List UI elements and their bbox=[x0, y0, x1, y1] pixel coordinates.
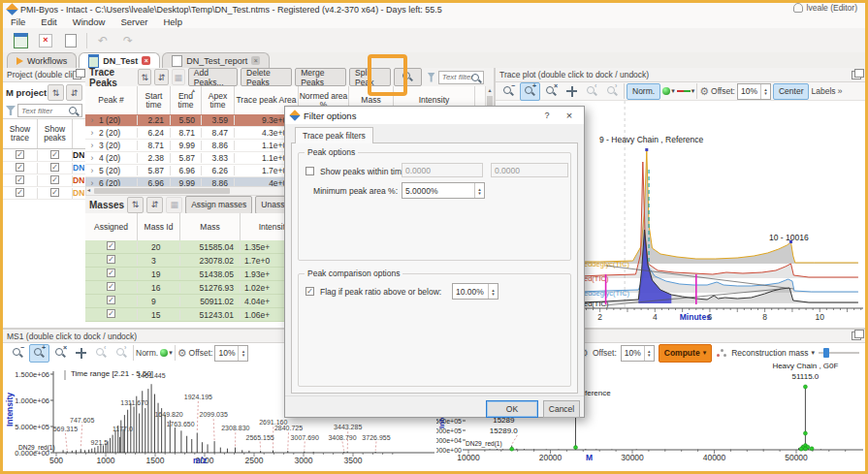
show-trace-checkbox[interactable] bbox=[16, 188, 24, 197]
column-header[interactable]: Start time bbox=[138, 86, 171, 114]
show-peaks-checkbox[interactable] bbox=[50, 175, 59, 184]
menu-item[interactable]: Help bbox=[155, 16, 190, 27]
zoom-prev-icon[interactable]: ‹ bbox=[92, 345, 111, 362]
expand-all-icon[interactable]: ⇵ bbox=[154, 69, 168, 85]
add-peaks-button[interactable]: Add Peaks... bbox=[188, 68, 238, 86]
collapse-all-icon[interactable]: ⇅ bbox=[138, 69, 151, 85]
assigned-checkbox[interactable] bbox=[107, 282, 115, 291]
zoom-reset-icon[interactable]: × bbox=[542, 83, 561, 100]
zoom-out-icon[interactable]: − bbox=[499, 83, 518, 100]
close-icon[interactable]: × bbox=[561, 109, 578, 122]
zoom-in-icon[interactable]: + bbox=[520, 82, 540, 101]
flag-ratio-spinner[interactable]: 10.00%▴▾ bbox=[452, 283, 498, 300]
normalize-button[interactable]: Norm. bbox=[627, 83, 660, 100]
report-button[interactable] bbox=[61, 31, 80, 49]
trace-color-dropdown[interactable]: ▾ bbox=[662, 87, 675, 95]
offset-spinner[interactable]: 10%▴▾ bbox=[621, 345, 655, 362]
column-header[interactable]: Show trace bbox=[3, 119, 38, 148]
project-row[interactable]: DN bbox=[3, 149, 85, 162]
redo-button[interactable]: ↷ bbox=[118, 31, 138, 49]
project-row[interactable]: DN bbox=[3, 187, 85, 200]
menu-item[interactable]: File bbox=[3, 16, 33, 27]
zoom-slider[interactable] bbox=[819, 347, 859, 359]
cancel-button[interactable]: Cancel bbox=[543, 400, 580, 418]
expand-all-icon[interactable]: ⇵ bbox=[146, 197, 163, 213]
help-button[interactable]: ? bbox=[538, 109, 556, 122]
reconstruction-mass-dropdown[interactable]: Reconstruction mass▾ bbox=[731, 348, 815, 358]
pan-icon[interactable] bbox=[72, 345, 90, 362]
refresh-icon[interactable]: ▦ bbox=[166, 197, 182, 213]
expand-all-icon[interactable]: ⇵ bbox=[66, 84, 82, 101]
zoom-reset-icon[interactable]: × bbox=[51, 345, 70, 362]
column-header[interactable]: Peak # bbox=[85, 86, 138, 114]
project-panel-header[interactable]: Project (double clic... bbox=[3, 68, 85, 82]
table-view-button[interactable] bbox=[11, 31, 30, 49]
merge-peaks-button[interactable]: Merge Peaks bbox=[295, 68, 346, 86]
dialog-title-bar[interactable]: Filter options ? × bbox=[285, 107, 584, 124]
zoom-next-icon[interactable]: › bbox=[603, 83, 622, 100]
zoom-out-icon[interactable]: − bbox=[9, 345, 27, 362]
menu-item[interactable]: Edit bbox=[33, 16, 64, 27]
pan-icon[interactable] bbox=[563, 83, 581, 100]
more-tools-icon[interactable]: » bbox=[838, 86, 843, 96]
project-row[interactable]: DN bbox=[3, 162, 85, 174]
tab-dn-test-report[interactable]: DN_Test_report × bbox=[162, 52, 270, 68]
assigned-checkbox[interactable] bbox=[107, 255, 115, 264]
menu-item[interactable]: Server bbox=[113, 16, 155, 27]
tab-trace-peak-filters[interactable]: Trace peak filters bbox=[295, 127, 373, 143]
user-menu[interactable]: lveale (Editor) bbox=[793, 3, 857, 13]
row-expander-icon[interactable]: › bbox=[85, 128, 99, 138]
dock-icon[interactable] bbox=[73, 71, 81, 79]
show-peaks-checkbox[interactable] bbox=[50, 163, 59, 172]
settings-gear-icon[interactable]: ⚙ bbox=[177, 347, 187, 360]
ok-button[interactable]: OK bbox=[486, 400, 538, 418]
refresh-icon[interactable]: ▦ bbox=[172, 69, 185, 85]
show-peaks-checkbox[interactable] bbox=[305, 167, 314, 175]
column-header[interactable]: Show peaks bbox=[38, 119, 73, 148]
column-header[interactable]: Apex time bbox=[202, 86, 235, 114]
dock-icon[interactable] bbox=[852, 332, 861, 340]
split-peak-button[interactable]: Split Peak bbox=[349, 68, 391, 86]
offset-spinner[interactable]: 10%▴▾ bbox=[214, 345, 248, 362]
assign-masses-button[interactable]: Assign masses bbox=[185, 196, 252, 214]
labels-button[interactable]: Labels bbox=[811, 86, 835, 96]
zoom-next-icon[interactable]: › bbox=[113, 345, 131, 362]
show-peaks-checkbox[interactable] bbox=[50, 150, 59, 159]
column-header[interactable]: Mass Id bbox=[138, 213, 180, 240]
scatter-icon[interactable] bbox=[716, 347, 727, 359]
row-expander-icon[interactable]: › bbox=[85, 141, 99, 150]
row-expander-icon[interactable]: › bbox=[85, 115, 99, 125]
undo-button[interactable]: ↶ bbox=[93, 31, 113, 49]
show-peaks-checkbox[interactable] bbox=[50, 188, 59, 197]
assigned-checkbox[interactable] bbox=[107, 296, 115, 304]
assigned-checkbox[interactable] bbox=[107, 309, 115, 318]
trace-plot-header[interactable]: Trace plot (double click to dock / undoc… bbox=[496, 68, 865, 82]
column-header[interactable]: End time bbox=[171, 86, 202, 114]
flag-peak-ratio-checkbox[interactable] bbox=[305, 287, 314, 296]
offset-spinner[interactable]: 10%▴▾ bbox=[737, 83, 771, 100]
column-header[interactable]: Mass bbox=[180, 213, 241, 240]
show-trace-checkbox[interactable] bbox=[16, 150, 24, 159]
zoom-prev-icon[interactable]: ‹ bbox=[583, 83, 601, 100]
filter-options-button[interactable] bbox=[394, 68, 421, 86]
show-trace-checkbox[interactable] bbox=[16, 175, 24, 184]
close-document-button[interactable]: × bbox=[36, 31, 55, 49]
min-peak-area-spinner[interactable]: 5.0000%▴▾ bbox=[402, 182, 485, 199]
collapse-all-icon[interactable]: ⇅ bbox=[127, 197, 144, 213]
delete-peaks-button[interactable]: Delete Peaks bbox=[241, 68, 292, 86]
project-row[interactable]: DN bbox=[3, 174, 85, 187]
close-tab-icon[interactable]: × bbox=[142, 56, 150, 65]
settings-gear-icon[interactable]: ⚙ bbox=[699, 85, 709, 98]
menu-item[interactable]: Window bbox=[65, 16, 113, 27]
zoom-in-icon[interactable]: + bbox=[29, 344, 49, 363]
dock-icon[interactable] bbox=[852, 71, 861, 79]
center-button[interactable]: Center bbox=[773, 83, 810, 100]
close-tab-icon[interactable]: × bbox=[251, 56, 260, 65]
compute-button[interactable]: Compute▾ bbox=[659, 344, 712, 363]
column-header[interactable]: Assigned bbox=[85, 213, 138, 240]
assigned-checkbox[interactable] bbox=[107, 269, 115, 277]
time-to-field[interactable]: 0.0000 bbox=[491, 163, 568, 177]
assigned-checkbox[interactable] bbox=[107, 241, 115, 250]
search-icon[interactable] bbox=[470, 73, 483, 85]
collapse-all-icon[interactable]: ⇅ bbox=[48, 84, 64, 101]
